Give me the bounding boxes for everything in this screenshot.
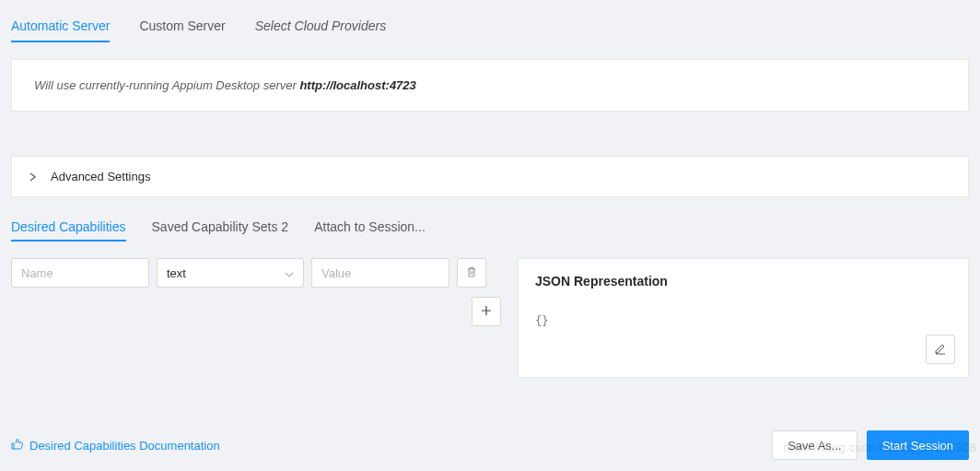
server-tabs: Automatic Server Custom Server Select Cl… [11, 11, 969, 42]
capability-tabs: Desired Capabilities Saved Capability Se… [11, 214, 969, 241]
delete-capability-button[interactable] [457, 258, 486, 288]
footer: Desired Capabilities Documentation Save … [11, 430, 969, 460]
json-title: JSON Representation [535, 274, 951, 288]
json-representation-panel: JSON Representation {} [518, 258, 969, 378]
capability-name-input[interactable] [11, 258, 149, 288]
add-capability-button[interactable] [472, 297, 501, 326]
tab-automatic-server[interactable]: Automatic Server [11, 11, 110, 42]
tab-attach-session[interactable]: Attach to Session... [314, 214, 426, 241]
plus-icon [481, 304, 492, 319]
server-info-text: Will use currently-running Appium Deskto… [34, 78, 299, 92]
tab-saved-sets[interactable]: Saved Capability Sets 2 [152, 214, 289, 241]
pencil-icon [934, 342, 947, 358]
capabilities-editor: text [11, 258, 501, 326]
chevron-down-icon [285, 266, 294, 280]
capability-type-select[interactable]: text [157, 258, 304, 288]
tab-desired-capabilities[interactable]: Desired Capabilities [11, 214, 126, 241]
chevron-right-icon [29, 172, 38, 182]
documentation-link-text: Desired Capabilities Documentation [29, 439, 220, 453]
tab-cloud-providers[interactable]: Select Cloud Providers [255, 11, 386, 42]
advanced-settings-label: Advanced Settings [51, 170, 150, 183]
server-host: http://localhost:4723 [299, 78, 415, 92]
save-as-button[interactable]: Save As... [772, 430, 858, 460]
documentation-link[interactable]: Desired Capabilities Documentation [11, 438, 220, 453]
thumbs-up-icon [11, 438, 24, 453]
json-content: {} [535, 314, 951, 327]
advanced-settings-toggle[interactable]: Advanced Settings [11, 156, 969, 197]
edit-json-button[interactable] [926, 335, 955, 364]
trash-icon [465, 265, 478, 281]
tab-custom-server[interactable]: Custom Server [139, 11, 225, 42]
capability-value-input[interactable] [311, 258, 449, 288]
capability-row: text [11, 258, 501, 288]
capability-type-value: text [167, 266, 186, 280]
server-info-panel: Will use currently-running Appium Deskto… [11, 59, 969, 112]
start-session-button[interactable]: Start Session [867, 430, 969, 460]
